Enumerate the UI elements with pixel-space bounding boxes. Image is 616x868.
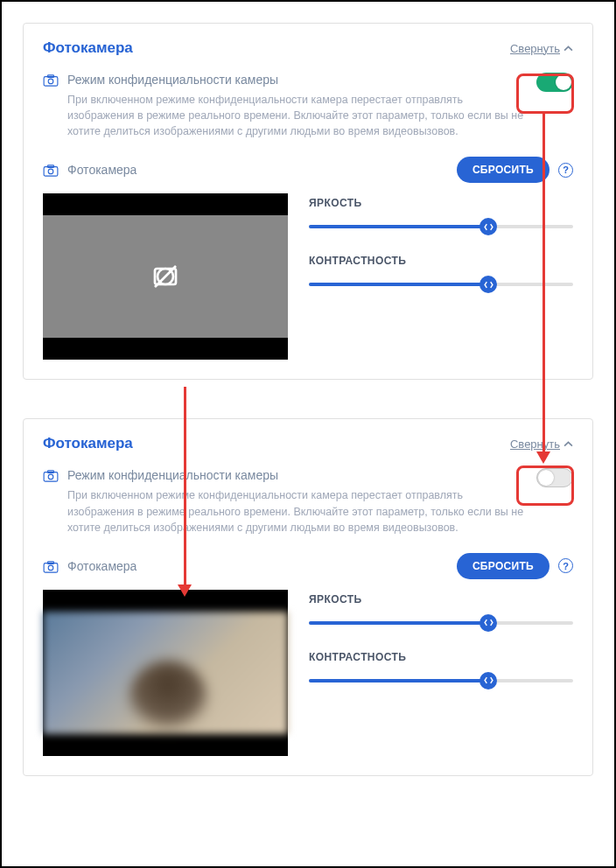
camera-preview-off: [43, 193, 288, 360]
help-icon[interactable]: ?: [558, 163, 573, 178]
collapse-link[interactable]: Свернуть: [510, 42, 573, 55]
chevron-up-icon: [564, 439, 573, 449]
brightness-slider[interactable]: [309, 218, 573, 235]
camera-section-title: Фотокамера: [67, 163, 448, 177]
chevron-up-icon: [564, 44, 573, 53]
camera-icon: [43, 164, 59, 177]
brightness-label: ЯРКОСТЬ: [309, 197, 573, 209]
contrast-label: КОНТРАСТНОСТЬ: [309, 255, 573, 267]
privacy-mode-toggle[interactable]: [536, 468, 573, 487]
camera-preview-header: Фотокамера СБРОСИТЬ ?: [43, 157, 573, 183]
privacy-mode-title: Режим конфиденциальности камеры: [67, 468, 528, 482]
svg-point-4: [48, 169, 53, 174]
brightness-label: ЯРКОСТЬ: [309, 593, 573, 606]
collapse-label: Свернуть: [510, 438, 560, 451]
card-header: Фотокамера Свернуть: [43, 435, 573, 452]
collapse-label: Свернуть: [510, 42, 560, 55]
contrast-slider[interactable]: [309, 276, 573, 293]
privacy-mode-row: Режим конфиденциальности камеры При вклю…: [43, 73, 573, 139]
reset-button[interactable]: СБРОСИТЬ: [457, 157, 550, 183]
camera-icon: [43, 74, 59, 87]
help-icon[interactable]: ?: [558, 558, 573, 573]
camera-section-title: Фотокамера: [67, 559, 448, 573]
brightness-slider[interactable]: [309, 614, 573, 632]
camera-preview-header: Фотокамера СБРОСИТЬ ?: [43, 553, 573, 579]
svg-rect-0: [44, 77, 58, 87]
svg-rect-9: [44, 472, 58, 482]
privacy-mode-row: Режим конфиденциальности камеры При вклю…: [43, 468, 573, 535]
privacy-mode-description: При включенном режиме конфиденциальности…: [67, 92, 528, 139]
svg-point-1: [48, 79, 53, 84]
camera-settings-card-bottom: Фотокамера Свернуть Режим конфиденциальн…: [23, 418, 593, 775]
camera-icon: [43, 561, 59, 573]
contrast-label: КОНТРАСТНОСТЬ: [309, 651, 573, 663]
camera-icon: [43, 470, 59, 482]
privacy-mode-title: Режим конфиденциальности камеры: [67, 73, 528, 87]
contrast-slider[interactable]: [309, 672, 573, 690]
card-header: Фотокамера Свернуть: [43, 39, 573, 57]
svg-rect-12: [44, 563, 58, 572]
card-title: Фотокамера: [43, 39, 133, 57]
svg-point-13: [48, 565, 53, 570]
camera-off-icon: [150, 261, 181, 292]
svg-rect-3: [44, 167, 58, 177]
reset-button[interactable]: СБРОСИТЬ: [457, 553, 550, 579]
privacy-mode-toggle[interactable]: [536, 73, 573, 92]
card-title: Фотокамера: [43, 435, 133, 452]
camera-preview-on: [43, 590, 288, 756]
svg-point-10: [48, 474, 53, 480]
privacy-mode-description: При включенном режиме конфиденциальности…: [67, 487, 528, 535]
camera-settings-card-top: Фотокамера Свернуть Режим конфиденциальн…: [23, 23, 593, 380]
collapse-link[interactable]: Свернуть: [510, 438, 573, 451]
